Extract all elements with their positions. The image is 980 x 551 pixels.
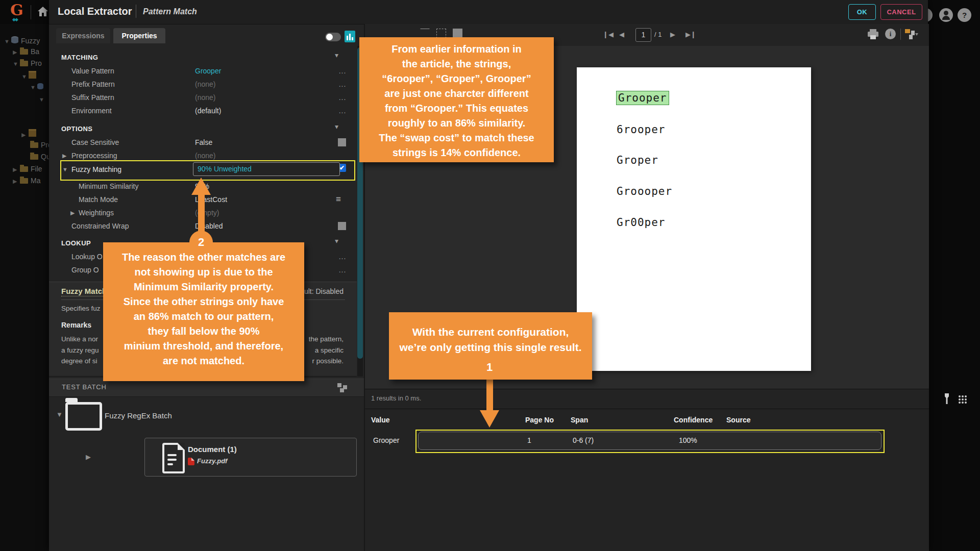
collapsed-arrow-icon[interactable]: ▶ bbox=[21, 132, 29, 138]
help-remark-fragment: degree of si bbox=[61, 357, 97, 365]
col-header-confidence[interactable]: Confidence bbox=[674, 416, 713, 424]
help-icon[interactable]: ? bbox=[958, 8, 971, 22]
chevron-down-icon[interactable]: ▾ bbox=[335, 122, 338, 131]
col-header-page-no[interactable]: Page No bbox=[525, 416, 554, 424]
page-string: Groper bbox=[617, 154, 658, 166]
print-icon[interactable] bbox=[867, 29, 879, 40]
document-title: Document (1) bbox=[188, 445, 237, 454]
collapsed-arrow-icon[interactable]: ▶ bbox=[13, 49, 20, 56]
package-icon bbox=[29, 129, 36, 137]
callout-minimum-similarity: The reason the other matches are not sho… bbox=[103, 242, 304, 381]
page-total-label: / 1 bbox=[654, 28, 662, 41]
sidebar-item-extractor[interactable]: ▼ bbox=[30, 83, 45, 91]
ellipsis-button[interactable]: ... bbox=[334, 91, 351, 104]
ellipsis-button[interactable]: ... bbox=[334, 64, 351, 78]
sidebar-item-files[interactable]: ▶File bbox=[13, 165, 42, 173]
next-page-icon[interactable]: ▶ bbox=[670, 28, 675, 41]
prop-row-case-sensitive[interactable]: Case Sensitive False bbox=[49, 136, 355, 149]
prop-row-prefix-pattern[interactable]: Prefix Pattern (none) ... bbox=[49, 78, 355, 91]
expand-arrow-icon[interactable]: ▼ bbox=[62, 163, 68, 176]
app-root: G ◆◆ ? ▼Fuzzy ▶Ba ▼Pro ▼ ▼ ▼ ▶ Pro Qu ▶F… bbox=[0, 0, 980, 551]
prop-value[interactable]: Grooper bbox=[195, 64, 221, 78]
prop-row-value-pattern[interactable]: Value Pattern Grooper ... bbox=[49, 64, 355, 78]
collapsed-arrow-icon[interactable]: ▶ bbox=[13, 178, 20, 185]
col-header-value[interactable]: Value bbox=[371, 416, 390, 424]
expand-arrow-icon[interactable]: ▼ bbox=[56, 411, 63, 418]
user-icon-head bbox=[944, 11, 948, 15]
chart-bar bbox=[352, 37, 353, 40]
hierarchy-icon[interactable] bbox=[337, 383, 348, 392]
ellipsis-button[interactable]: ... bbox=[334, 104, 351, 117]
col-header-span[interactable]: Span bbox=[571, 416, 588, 424]
flashlight-icon[interactable] bbox=[943, 393, 950, 404]
section-matching[interactable]: MATCHING bbox=[61, 51, 98, 64]
prev-page-icon[interactable]: ◀ bbox=[619, 28, 624, 41]
grid-view-icon[interactable] bbox=[959, 395, 961, 397]
sidebar-item-child[interactable]: ▼ bbox=[39, 95, 46, 103]
doc-text-line bbox=[167, 463, 173, 465]
dialog-title: Local Extractor bbox=[58, 6, 132, 17]
sidebar-item-queues[interactable]: Qu bbox=[30, 153, 51, 161]
sidebar-item-machines[interactable]: ▶Ma bbox=[13, 177, 40, 185]
sidebar-item-project2[interactable]: ▶ bbox=[21, 129, 39, 138]
tree-label: Fuzzy bbox=[21, 37, 40, 45]
user-account-icon[interactable] bbox=[939, 8, 953, 22]
chevron-down-icon[interactable]: ▾ bbox=[335, 237, 338, 245]
section-options[interactable]: OPTIONS bbox=[61, 122, 92, 136]
batch-folder-label[interactable]: Fuzzy RegEx Batch bbox=[105, 411, 172, 420]
collapsed-arrow-icon[interactable]: ▶ bbox=[13, 166, 20, 173]
prop-label: Prefix Pattern bbox=[71, 78, 115, 91]
home-icon[interactable] bbox=[38, 7, 48, 18]
folder-icon bbox=[20, 178, 28, 184]
prop-row-suffix-pattern[interactable]: Suffix Pattern (none) ... bbox=[49, 91, 355, 104]
sidebar-item-fuzzy[interactable]: ▼Fuzzy bbox=[4, 36, 40, 45]
tab-properties[interactable]: Properties bbox=[113, 28, 165, 43]
prop-value[interactable]: False bbox=[195, 136, 212, 149]
sidebar-item-batches[interactable]: ▶Ba bbox=[13, 47, 39, 56]
extraction-view-icon[interactable] bbox=[905, 29, 918, 39]
ellipsis-button[interactable]: ... bbox=[334, 263, 351, 277]
ellipsis-button[interactable]: ... bbox=[334, 78, 351, 91]
expand-arrow-icon[interactable]: ▼ bbox=[21, 73, 29, 80]
cancel-button[interactable]: CANCEL bbox=[880, 4, 922, 20]
expand-arrow-icon[interactable]: ▼ bbox=[30, 84, 37, 90]
prop-value[interactable]: (none) bbox=[195, 91, 215, 104]
tree-label: Pro bbox=[31, 59, 42, 67]
prop-value[interactable]: (none) bbox=[195, 78, 215, 91]
menu-icon[interactable]: ≡ bbox=[336, 193, 341, 206]
expand-arrow-icon[interactable]: ▼ bbox=[4, 38, 11, 44]
ellipsis-button[interactable]: ... bbox=[334, 250, 351, 263]
sidebar-item-project[interactable]: ▼ bbox=[21, 71, 39, 80]
prop-value[interactable]: (default) bbox=[195, 104, 221, 117]
page-number-input[interactable]: 1 bbox=[635, 28, 651, 42]
collapsed-arrow-icon[interactable]: ▶ bbox=[70, 206, 75, 219]
diagnostics-toggle[interactable] bbox=[325, 33, 341, 41]
expand-arrow-icon[interactable]: ▼ bbox=[39, 96, 46, 103]
document-card[interactable]: Document (1) Fuzzy.pdf bbox=[144, 438, 357, 477]
batch-folder-icon[interactable] bbox=[65, 402, 102, 431]
arrow-up-icon bbox=[191, 178, 211, 195]
chart-icon[interactable] bbox=[345, 31, 355, 42]
sidebar-item-projects[interactable]: ▼Pro bbox=[13, 59, 42, 67]
extractor-icon bbox=[37, 83, 43, 89]
prop-row-environment[interactable]: Environment (default) ... bbox=[49, 104, 355, 117]
checkbox-unchecked[interactable] bbox=[338, 222, 346, 230]
info-icon[interactable]: i bbox=[885, 29, 896, 39]
expand-arrow-icon[interactable]: ▼ bbox=[13, 61, 20, 67]
ok-button[interactable]: OK bbox=[848, 4, 876, 20]
section-lookup[interactable]: LOOKUP bbox=[61, 237, 91, 250]
first-page-icon[interactable]: ❙◀ bbox=[603, 28, 614, 41]
database-icon bbox=[11, 36, 18, 43]
checkbox-unchecked[interactable] bbox=[338, 138, 346, 146]
chevron-down-icon[interactable]: ▾ bbox=[335, 51, 338, 59]
results-status: 1 results in 0 ms. bbox=[371, 394, 421, 402]
collapsed-arrow-icon[interactable]: ▶ bbox=[86, 453, 91, 461]
arrow-shaft bbox=[486, 379, 493, 411]
col-header-source[interactable]: Source bbox=[726, 416, 750, 424]
fuzzy-matching-input[interactable]: 90% Unweighted bbox=[193, 162, 340, 176]
callout-badge-2: 2 bbox=[189, 231, 213, 254]
match-highlight[interactable]: Grooper bbox=[617, 91, 669, 105]
last-page-icon[interactable]: ▶❙ bbox=[685, 28, 696, 41]
document-page[interactable]: Grooper 6rooper Groper Groooper Gr00per bbox=[577, 67, 811, 371]
tab-expressions[interactable]: Expressions bbox=[56, 28, 110, 43]
